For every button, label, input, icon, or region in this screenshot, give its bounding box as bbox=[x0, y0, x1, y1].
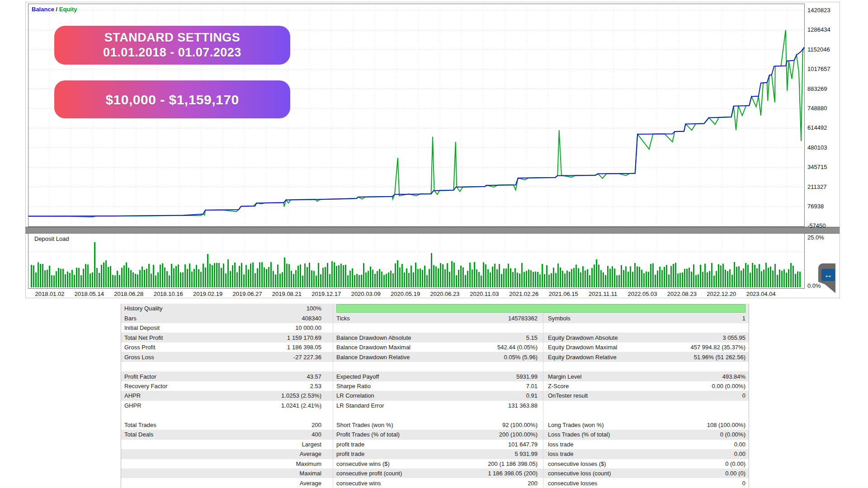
deposit-bar bbox=[682, 272, 683, 287]
deposit-bar bbox=[293, 274, 294, 287]
stat-value: Largest bbox=[302, 441, 321, 448]
deposit-bar bbox=[524, 272, 525, 288]
table-cell: Recovery Factor2.53 bbox=[121, 381, 333, 391]
deposit-bar bbox=[788, 269, 789, 288]
y-axis-label: 480103 bbox=[807, 144, 836, 151]
stat-value: 0.00 (0) bbox=[725, 470, 745, 477]
deposit-bar bbox=[368, 271, 369, 287]
deposit-bar bbox=[458, 270, 459, 287]
table-cell bbox=[121, 410, 333, 420]
deposit-bar bbox=[33, 265, 34, 287]
deposit-bar bbox=[383, 275, 385, 287]
table-cell: Bars408340 bbox=[121, 313, 333, 323]
deposit-bar bbox=[797, 272, 798, 288]
deposit-bar bbox=[512, 272, 514, 287]
table-cell: Profit Factor43.57 bbox=[121, 371, 333, 381]
deposit-bar bbox=[718, 264, 719, 287]
stat-label: Long Trades (won %) bbox=[548, 422, 604, 428]
deposit-bar bbox=[580, 272, 581, 287]
deposit-bar bbox=[44, 270, 46, 287]
table-cell: Maximum bbox=[121, 459, 333, 469]
deposit-bar bbox=[123, 265, 125, 287]
stat-value: 200 bbox=[528, 480, 538, 487]
deposit-bar bbox=[505, 268, 507, 287]
deposit-bar bbox=[408, 273, 410, 287]
deposit-bar bbox=[799, 272, 801, 287]
deposit-bar bbox=[295, 270, 297, 287]
stat-label: Equity Drawdown Maximal bbox=[548, 344, 617, 351]
stat-label: consecutive losses bbox=[548, 480, 597, 487]
history-quality-bar bbox=[336, 304, 745, 313]
deposit-bar bbox=[664, 267, 665, 288]
deposit-bar bbox=[401, 264, 403, 287]
deposit-bar bbox=[67, 272, 68, 287]
deposit-bar bbox=[650, 264, 651, 287]
teamviewer-overlay-icon[interactable]: ↔ bbox=[818, 263, 835, 297]
stat-value: 0.05% (5.96) bbox=[504, 354, 538, 361]
deposit-bar bbox=[343, 265, 344, 287]
deposit-bar bbox=[225, 273, 226, 287]
deposit-bar bbox=[85, 264, 86, 287]
deposit-bar bbox=[426, 275, 428, 287]
stat-label: Total Trades bbox=[124, 422, 156, 428]
deposit-bar bbox=[62, 269, 64, 287]
x-axis-label: 2019.08.21 bbox=[272, 291, 302, 297]
deposit-bar bbox=[404, 272, 405, 287]
deposit-bar bbox=[216, 263, 217, 287]
deposit-bar bbox=[555, 273, 557, 287]
stat-value: 101 647.79 bbox=[508, 441, 538, 448]
deposit-bar bbox=[331, 261, 333, 287]
table-cell: LR Standard Error131 363.88 bbox=[333, 401, 543, 410]
panel-splitter[interactable] bbox=[25, 227, 840, 234]
deposit-bar bbox=[356, 274, 358, 287]
table-cell: Profit Trades (% of total)200 (100.00%) bbox=[333, 430, 543, 439]
deposit-bar bbox=[702, 272, 703, 287]
table-cell: Ticks145783362 bbox=[333, 313, 543, 323]
table-cell: consecutive losses0 bbox=[543, 478, 749, 488]
stat-value: 5.15 bbox=[526, 334, 538, 341]
deposit-bar bbox=[223, 263, 224, 287]
settings-badge-title: STANDARD SETTINGS bbox=[54, 30, 290, 45]
table-cell bbox=[121, 362, 333, 371]
stat-value: Maximum bbox=[296, 460, 321, 467]
table-row bbox=[121, 362, 749, 371]
stat-label: Profit Factor bbox=[124, 373, 156, 380]
deposit-load-chart[interactable] bbox=[28, 233, 805, 289]
deposit-bar bbox=[266, 269, 267, 287]
deposit-bar bbox=[596, 259, 597, 287]
deposit-bar bbox=[191, 272, 193, 287]
deposit-bar bbox=[783, 269, 785, 287]
table-cell bbox=[543, 362, 749, 371]
table-row: Profit Factor43.57Expected Payoff5931.99… bbox=[121, 371, 749, 381]
deposit-bar bbox=[261, 262, 263, 287]
deposit-bar bbox=[469, 263, 471, 287]
deposit-bar bbox=[214, 263, 215, 287]
deposit-bar bbox=[557, 263, 559, 287]
stat-value: 100% bbox=[307, 305, 321, 312]
stat-label: loss trade bbox=[548, 450, 573, 457]
deposit-bar bbox=[607, 266, 609, 288]
deposit-bar bbox=[433, 265, 434, 287]
deposit-bar bbox=[632, 272, 633, 287]
deposit-bar bbox=[248, 269, 249, 287]
deposit-bar bbox=[304, 263, 306, 287]
y-axis-label: 1286434 bbox=[807, 26, 836, 33]
deposit-bar bbox=[668, 275, 670, 288]
deposit-bar bbox=[684, 269, 685, 287]
stat-label: consecutive loss (count) bbox=[548, 470, 611, 477]
stat-value: 0 bbox=[742, 392, 745, 399]
deposit-bar bbox=[781, 271, 783, 287]
deposit-bar bbox=[227, 259, 229, 287]
stat-value: 408340 bbox=[302, 315, 321, 322]
table-row: Recovery Factor2.53Sharpe Ratio7.01Z-Sco… bbox=[121, 381, 749, 391]
deposit-bar bbox=[709, 271, 710, 287]
table-cell: consecutive loss (count)0.00 (0) bbox=[543, 469, 749, 478]
deposit-bar bbox=[630, 266, 631, 287]
deposit-bar bbox=[490, 272, 491, 287]
stat-label: consecutive profit (count) bbox=[336, 470, 402, 477]
deposit-bar bbox=[444, 269, 446, 287]
deposit-bar bbox=[318, 263, 319, 287]
deposit-bar bbox=[386, 274, 387, 287]
deposit-bar bbox=[349, 271, 351, 287]
deposit-bar bbox=[603, 272, 604, 287]
